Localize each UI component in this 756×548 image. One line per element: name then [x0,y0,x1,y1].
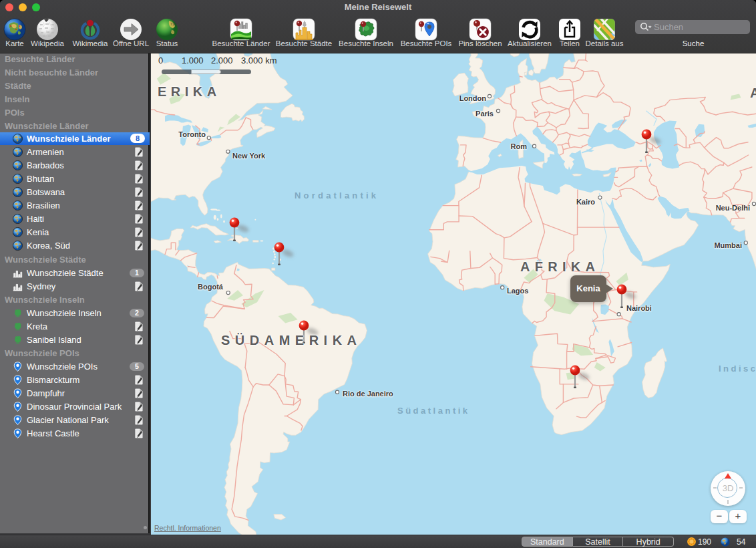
svg-text:710: 710 [170,22,176,26]
